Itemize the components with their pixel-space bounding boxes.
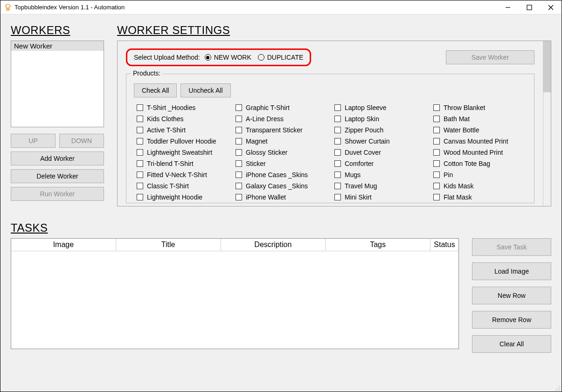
checkbox-icon[interactable] xyxy=(433,138,440,144)
maximize-button[interactable] xyxy=(519,0,540,14)
checkbox-icon[interactable] xyxy=(334,127,341,133)
product-checkbox[interactable]: Kids Mask xyxy=(430,182,527,190)
product-checkbox[interactable]: Travel Mug xyxy=(332,182,428,190)
checkbox-icon[interactable] xyxy=(137,194,143,200)
product-checkbox[interactable]: Laptop Skin xyxy=(332,115,428,123)
checkbox-icon[interactable] xyxy=(236,160,242,167)
checkbox-icon[interactable] xyxy=(433,172,440,178)
checkbox-icon[interactable] xyxy=(433,183,440,189)
product-checkbox[interactable]: Mini Skirt xyxy=(332,193,428,201)
checkbox-icon[interactable] xyxy=(137,172,143,178)
checkbox-icon[interactable] xyxy=(433,104,440,111)
col-image[interactable]: Image xyxy=(11,239,116,251)
checkbox-icon[interactable] xyxy=(137,127,143,133)
down-button[interactable]: DOWN xyxy=(59,134,104,148)
checkbox-icon[interactable] xyxy=(433,160,440,167)
settings-scrollbar[interactable] xyxy=(543,41,551,206)
check-all-button[interactable]: Check All xyxy=(134,83,177,97)
product-checkbox[interactable]: Canvas Mounted Print xyxy=(430,138,527,145)
checkbox-icon[interactable] xyxy=(137,183,143,189)
checkbox-icon[interactable] xyxy=(334,160,341,167)
product-checkbox[interactable]: Classic T-Shirt xyxy=(134,182,230,190)
product-checkbox[interactable]: Sticker xyxy=(233,160,329,167)
checkbox-icon[interactable] xyxy=(137,138,143,144)
product-checkbox[interactable]: Bath Mat xyxy=(430,115,527,123)
uncheck-all-button[interactable]: Uncheck All xyxy=(180,83,230,97)
checkbox-icon[interactable] xyxy=(334,149,341,156)
save-worker-button[interactable]: Save Worker xyxy=(446,50,534,64)
col-tags[interactable]: Tags xyxy=(326,239,430,251)
checkbox-icon[interactable] xyxy=(433,149,440,156)
product-checkbox[interactable]: Water Bottle xyxy=(430,126,527,134)
scroll-thumb[interactable] xyxy=(543,41,551,92)
col-description[interactable]: Description xyxy=(221,239,326,251)
checkbox-icon[interactable] xyxy=(137,104,143,111)
up-button[interactable]: UP xyxy=(11,134,56,148)
tasks-table[interactable]: Image Title Description Tags Status xyxy=(11,238,459,349)
product-checkbox[interactable]: Zipper Pouch xyxy=(332,126,428,134)
clear-all-button[interactable]: Clear All xyxy=(472,335,551,353)
checkbox-icon[interactable] xyxy=(334,183,341,189)
checkbox-icon[interactable] xyxy=(433,194,440,200)
checkbox-icon[interactable] xyxy=(236,194,242,200)
checkbox-icon[interactable] xyxy=(236,183,242,189)
product-checkbox[interactable]: Duvet Cover xyxy=(332,149,428,156)
workers-listbox[interactable]: New Worker xyxy=(11,41,104,127)
product-checkbox[interactable]: iPhone Cases _Skins xyxy=(233,171,329,179)
checkbox-icon[interactable] xyxy=(334,116,341,122)
product-checkbox[interactable]: Cotton Tote Bag xyxy=(430,160,527,167)
product-checkbox[interactable]: Galaxy Cases _Skins xyxy=(233,182,329,190)
checkbox-icon[interactable] xyxy=(236,138,242,144)
run-worker-button[interactable]: Run Worker xyxy=(11,187,104,201)
checkbox-icon[interactable] xyxy=(433,116,440,122)
product-checkbox[interactable]: Graphic T-Shirt xyxy=(233,104,329,111)
product-checkbox[interactable]: T-Shirt _Hoodies xyxy=(134,104,230,111)
close-button[interactable] xyxy=(540,0,562,14)
product-checkbox[interactable]: Kids Clothes xyxy=(134,115,230,123)
product-checkbox[interactable]: A-Line Dress xyxy=(233,115,329,123)
product-checkbox[interactable]: Magnet xyxy=(233,138,329,145)
checkbox-icon[interactable] xyxy=(137,160,143,167)
load-image-button[interactable]: Load Image xyxy=(472,262,551,280)
checkbox-icon[interactable] xyxy=(236,172,242,178)
product-checkbox[interactable]: Transparent Sticker xyxy=(233,126,329,134)
new-work-radio[interactable]: NEW WORK xyxy=(205,54,251,61)
product-checkbox[interactable]: Active T-Shirt xyxy=(134,126,230,134)
product-checkbox[interactable]: Mugs xyxy=(332,171,428,179)
resize-grip-icon[interactable] xyxy=(555,385,561,391)
product-checkbox[interactable]: Pin xyxy=(430,171,527,179)
col-title[interactable]: Title xyxy=(116,239,221,251)
checkbox-icon[interactable] xyxy=(236,127,242,133)
checkbox-icon[interactable] xyxy=(334,172,341,178)
new-row-button[interactable]: New Row xyxy=(472,287,551,304)
product-checkbox[interactable]: Shower Curtain xyxy=(332,138,428,145)
product-checkbox[interactable]: Laptop Sleeve xyxy=(332,104,428,111)
add-worker-button[interactable]: Add Worker xyxy=(11,151,104,165)
checkbox-icon[interactable] xyxy=(334,194,341,200)
save-task-button[interactable]: Save Task xyxy=(472,238,551,256)
product-checkbox[interactable]: Lightweight Sweatshirt xyxy=(134,149,230,156)
product-checkbox[interactable]: Wood Mounted Print xyxy=(430,149,527,156)
product-checkbox[interactable]: Lightweight Hoodie xyxy=(134,193,230,201)
product-checkbox[interactable]: Fitted V-Neck T-Shirt xyxy=(134,171,230,179)
worker-list-item[interactable]: New Worker xyxy=(11,41,104,51)
checkbox-icon[interactable] xyxy=(334,104,341,111)
product-checkbox[interactable]: Glossy Sticker xyxy=(233,149,329,156)
minimize-button[interactable] xyxy=(497,0,519,14)
product-checkbox[interactable]: Throw Blanket xyxy=(430,104,527,111)
checkbox-icon[interactable] xyxy=(334,138,341,144)
remove-row-button[interactable]: Remove Row xyxy=(472,311,551,329)
checkbox-icon[interactable] xyxy=(137,149,143,156)
checkbox-icon[interactable] xyxy=(236,149,242,156)
checkbox-icon[interactable] xyxy=(236,104,242,111)
checkbox-icon[interactable] xyxy=(236,116,242,122)
product-checkbox[interactable]: Tri-blend T-Shirt xyxy=(134,160,230,167)
checkbox-icon[interactable] xyxy=(433,127,440,133)
col-status[interactable]: Status xyxy=(430,239,458,251)
product-checkbox[interactable]: Comforter xyxy=(332,160,428,167)
product-checkbox[interactable]: Flat Mask xyxy=(430,193,527,201)
product-checkbox[interactable]: iPhone Wallet xyxy=(233,193,329,201)
duplicate-radio[interactable]: DUPLICATE xyxy=(258,54,304,61)
delete-worker-button[interactable]: Delete Worker xyxy=(11,169,104,183)
product-checkbox[interactable]: Toddler Pullover Hoodie xyxy=(134,138,230,145)
